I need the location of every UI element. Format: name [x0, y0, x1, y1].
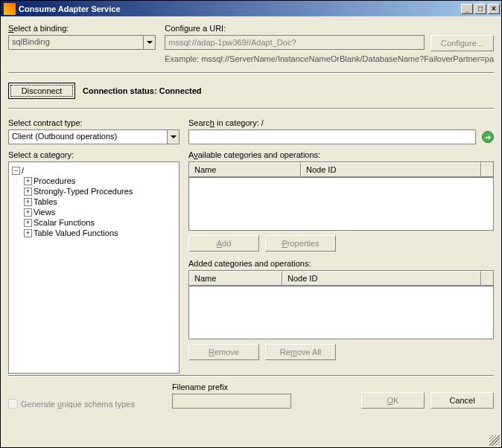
col-name[interactable]: Name — [189, 271, 282, 286]
connection-status: Connection status: Connected — [83, 86, 202, 95]
tree-item[interactable]: +Tables — [24, 196, 176, 207]
expand-icon[interactable]: + — [24, 177, 32, 185]
app-icon — [4, 3, 16, 15]
tree-item-label: Procedures — [34, 176, 75, 185]
ok-button[interactable]: OK — [361, 392, 425, 409]
tree-item[interactable]: +Scalar Functions — [24, 217, 176, 228]
properties-button[interactable]: Properties — [265, 235, 336, 252]
added-list[interactable] — [188, 286, 494, 339]
available-header: Name Node ID — [188, 161, 494, 177]
tree-item[interactable]: +Table Valued Functions — [24, 228, 176, 238]
tree-item-label: Views — [34, 208, 55, 217]
window-body: Select a binding: document.currentScript… — [0, 16, 502, 448]
category-label: Select a category: — [8, 150, 179, 159]
tree-item[interactable]: +Strongly-Typed Procedures — [24, 186, 176, 196]
close-button[interactable]: × — [488, 4, 500, 14]
generate-schema-label: Generate unique schema types — [21, 400, 135, 409]
added-label: Added categories and operations: — [188, 259, 494, 268]
tree-item-label: Scalar Functions — [34, 218, 95, 227]
expand-icon[interactable]: + — [24, 188, 32, 196]
minimize-button[interactable]: _ — [461, 4, 473, 14]
search-label: Search in category: / — [188, 118, 494, 127]
resize-grip[interactable] — [489, 435, 500, 446]
cancel-button[interactable]: Cancel — [430, 392, 494, 409]
chevron-down-icon[interactable] — [167, 130, 179, 144]
disconnect-button[interactable]: Disconnect — [8, 83, 75, 99]
category-tree[interactable]: − / +Procedures+Strongly-Typed Procedure… — [8, 161, 179, 374]
binding-label: Select a binding: — [8, 24, 156, 33]
tree-item[interactable]: +Views — [24, 207, 176, 217]
generate-schema-checkbox[interactable]: Generate unique schema types — [8, 399, 135, 409]
binding-dropdown[interactable]: sqlBinding — [8, 35, 156, 50]
uri-example: Example: mssql://ServerName/InstanceName… — [165, 54, 494, 63]
expand-icon[interactable]: + — [24, 198, 32, 206]
expand-icon[interactable]: + — [24, 208, 32, 217]
title-bar: Consume Adapter Service _ □ × — [0, 0, 502, 16]
add-button[interactable]: Add — [188, 235, 259, 252]
collapse-icon[interactable]: − — [12, 167, 20, 175]
search-go-icon[interactable]: ➔ — [482, 131, 494, 143]
added-header: Name Node ID — [188, 270, 494, 286]
chevron-down-icon[interactable] — [143, 36, 155, 49]
remove-all-button[interactable]: Remove All — [265, 344, 336, 360]
available-list[interactable] — [188, 177, 494, 231]
window-title: Consume Adapter Service — [19, 4, 461, 13]
maximize-button[interactable]: □ — [474, 4, 486, 14]
remove-button[interactable]: Remove — [188, 344, 259, 360]
col-node[interactable]: Node ID — [301, 162, 481, 177]
expand-icon[interactable]: + — [24, 229, 32, 237]
tree-item-label: Strongly-Typed Procedures — [34, 187, 133, 196]
search-input[interactable] — [188, 129, 476, 144]
configure-button[interactable]: Configure... — [430, 35, 494, 51]
col-node[interactable]: Node ID — [282, 271, 481, 286]
tree-item-label: Tables — [34, 197, 57, 206]
filename-label: Filename prefix — [172, 383, 291, 391]
tree-root[interactable]: − / — [12, 165, 176, 176]
tree-root-label: / — [22, 166, 24, 175]
uri-input — [165, 35, 425, 50]
col-name[interactable]: Name — [189, 162, 301, 177]
filename-input[interactable] — [172, 394, 291, 409]
uri-label: Configure a URI: — [165, 24, 494, 33]
tree-item-label: Table Valued Functions — [34, 228, 118, 237]
tree-item[interactable]: +Procedures — [24, 176, 176, 186]
available-label: Available categories and operations: — [188, 150, 494, 159]
expand-icon[interactable]: + — [24, 219, 32, 227]
contract-label: Select contract type: — [8, 118, 179, 127]
contract-dropdown[interactable]: Client (Outbound operations) — [8, 129, 179, 144]
